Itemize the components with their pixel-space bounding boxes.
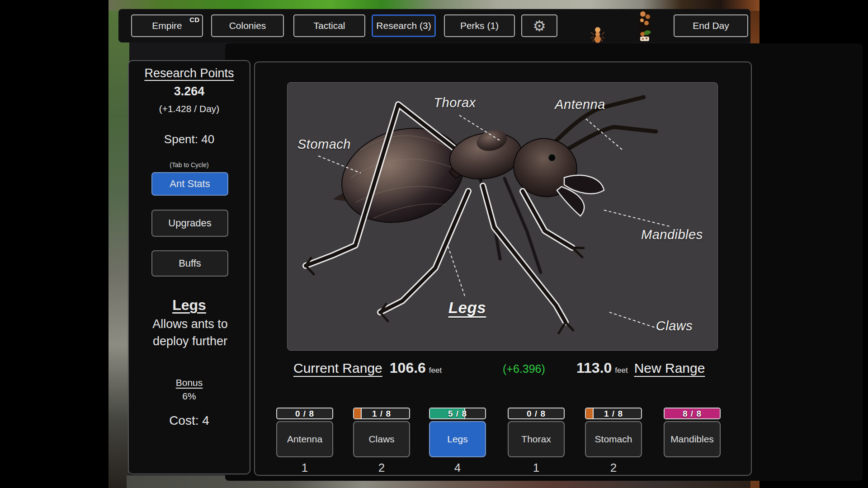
legs-progress-bar: 5 / 8 bbox=[429, 408, 486, 419]
tab-cycle-hint: (Tab to Cycle) bbox=[129, 161, 250, 169]
sidebar-tab-buffs[interactable]: Buffs bbox=[151, 250, 228, 277]
world-left-strip bbox=[108, 11, 129, 488]
legs-button-label: Legs bbox=[447, 434, 468, 445]
new-range-value: 113.0 bbox=[576, 360, 612, 376]
ant-illustration bbox=[288, 83, 717, 350]
tab-empire[interactable]: Empire CD bbox=[131, 14, 203, 37]
stomach-progress-text: 1 / 8 bbox=[586, 408, 641, 419]
thorax-progress-bar: 0 / 8 bbox=[508, 408, 565, 419]
mandibles-button-label: Mandibles bbox=[670, 434, 714, 445]
game-screen: Empire CD Colonies Tactical Research (3)… bbox=[0, 0, 868, 488]
diagram-label-antenna: Antenna bbox=[546, 97, 614, 112]
claws-cost: 2 bbox=[353, 461, 410, 475]
tab-colonies[interactable]: Colonies bbox=[211, 14, 284, 37]
part-column-mandibles: 8 / 8 Mandibles bbox=[664, 408, 721, 461]
sidebar-tab-ant-stats[interactable]: Ant Stats bbox=[151, 172, 228, 196]
range-delta: (+6.396) bbox=[503, 362, 545, 375]
tab-perks-label: Perks (1) bbox=[460, 20, 499, 31]
current-range-group: Current Range 106.6 feet bbox=[293, 360, 442, 376]
claws-button-label: Claws bbox=[368, 434, 394, 445]
claws-progress-bar: 1 / 8 bbox=[353, 408, 410, 419]
tab-colonies-label: Colonies bbox=[229, 20, 266, 31]
claws-progress-text: 1 / 8 bbox=[354, 408, 409, 419]
research-points-per-day: (+1.428 / Day) bbox=[129, 103, 250, 114]
diagram-label-stomach: Stomach bbox=[297, 137, 365, 152]
sidebar-tab-upgrades[interactable]: Upgrades bbox=[151, 210, 228, 237]
ant-stats-label: Ant Stats bbox=[170, 178, 210, 190]
antenna-progress-bar: 0 / 8 bbox=[276, 408, 333, 419]
gear-icon: ⚙ bbox=[533, 19, 546, 33]
stomach-button-label: Stomach bbox=[595, 434, 632, 445]
mandibles-leader-line bbox=[604, 210, 670, 226]
diagram-label-claws: Claws bbox=[644, 319, 705, 333]
bonus-label: Bonus bbox=[129, 377, 250, 388]
tab-tactical-label: Tactical bbox=[313, 20, 345, 31]
stomach-progress-bar: 1 / 8 bbox=[585, 408, 642, 419]
end-day-button[interactable]: End Day bbox=[674, 14, 748, 37]
new-range-unit: feet bbox=[615, 366, 627, 375]
thorax-progress-text: 0 / 8 bbox=[509, 408, 564, 419]
end-day-label: End Day bbox=[693, 20, 729, 31]
range-summary-row: Current Range 106.6 feet (+6.396) 113.0 … bbox=[255, 357, 753, 382]
legs-leader-line bbox=[448, 246, 465, 296]
settings-button[interactable]: ⚙ bbox=[521, 14, 557, 37]
research-points-spent: Spent: 40 bbox=[129, 132, 250, 146]
research-sidebar: Research Points 3.264 (+1.428 / Day) Spe… bbox=[128, 60, 250, 474]
part-button-mandibles[interactable]: Mandibles bbox=[664, 421, 721, 457]
part-column-claws: 1 / 8 Claws 2 bbox=[353, 408, 410, 475]
diagram-label-thorax: Thorax bbox=[423, 95, 486, 110]
current-range-label: Current Range bbox=[293, 361, 382, 376]
tab-research-label: Research (3) bbox=[376, 20, 431, 31]
part-column-legs: 5 / 8 Legs 4 bbox=[429, 408, 486, 475]
ant-sprite-icon bbox=[590, 26, 605, 45]
cost-label: Cost: 4 bbox=[129, 413, 250, 428]
part-button-stomach[interactable]: Stomach bbox=[585, 421, 642, 457]
antenna-progress-text: 0 / 8 bbox=[277, 408, 332, 419]
new-range-group: 113.0 feet New Range bbox=[576, 360, 705, 376]
new-range-label: New Range bbox=[634, 361, 705, 376]
part-button-legs[interactable]: Legs bbox=[429, 421, 486, 457]
nest-sprite-icon bbox=[637, 10, 652, 44]
mandibles-progress-text: 8 / 8 bbox=[665, 408, 720, 419]
tab-tactical[interactable]: Tactical bbox=[293, 14, 365, 37]
part-column-antenna: 0 / 8 Antenna 1 bbox=[276, 408, 333, 475]
part-column-thorax: 0 / 8 Thorax 1 bbox=[508, 408, 565, 475]
antenna-cost: 1 bbox=[276, 461, 333, 475]
selected-part-name: Legs bbox=[129, 297, 250, 314]
current-range-value: 106.6 bbox=[390, 360, 426, 376]
diagram-label-mandibles: Mandibles bbox=[641, 227, 716, 242]
thorax-cost: 1 bbox=[508, 461, 565, 475]
part-button-antenna[interactable]: Antenna bbox=[276, 421, 333, 457]
diagram-label-legs: Legs bbox=[437, 299, 498, 317]
thorax-button-label: Thorax bbox=[521, 434, 551, 445]
current-range-unit: feet bbox=[429, 366, 442, 375]
legs-cost: 4 bbox=[429, 461, 486, 475]
buffs-label: Buffs bbox=[179, 258, 201, 269]
research-main-panel: Thorax Antenna Stomach Mandibles Legs Cl… bbox=[254, 61, 752, 476]
ant-anatomy-diagram: Thorax Antenna Stomach Mandibles Legs Cl… bbox=[287, 82, 718, 351]
bonus-value: 6% bbox=[129, 391, 250, 402]
part-column-stomach: 1 / 8 Stomach 2 bbox=[585, 408, 642, 475]
top-bar: Empire CD Colonies Tactical Research (3)… bbox=[118, 9, 750, 42]
selected-part-description: Allows ants to deploy further bbox=[137, 315, 243, 350]
mandibles-progress-bar: 8 / 8 bbox=[664, 408, 721, 419]
tab-research[interactable]: Research (3) bbox=[372, 14, 436, 37]
part-button-thorax[interactable]: Thorax bbox=[508, 421, 565, 457]
research-points-value: 3.264 bbox=[129, 84, 250, 99]
legs-progress-text: 5 / 8 bbox=[430, 408, 485, 419]
upgrades-label: Upgrades bbox=[168, 217, 211, 229]
empire-cooldown-badge: CD bbox=[189, 16, 199, 23]
research-points-title: Research Points bbox=[129, 66, 250, 80]
tab-empire-label: Empire bbox=[152, 20, 182, 31]
antenna-button-label: Antenna bbox=[287, 434, 322, 445]
part-button-claws[interactable]: Claws bbox=[353, 421, 410, 457]
tab-perks[interactable]: Perks (1) bbox=[444, 14, 515, 37]
stomach-cost: 2 bbox=[585, 461, 642, 475]
